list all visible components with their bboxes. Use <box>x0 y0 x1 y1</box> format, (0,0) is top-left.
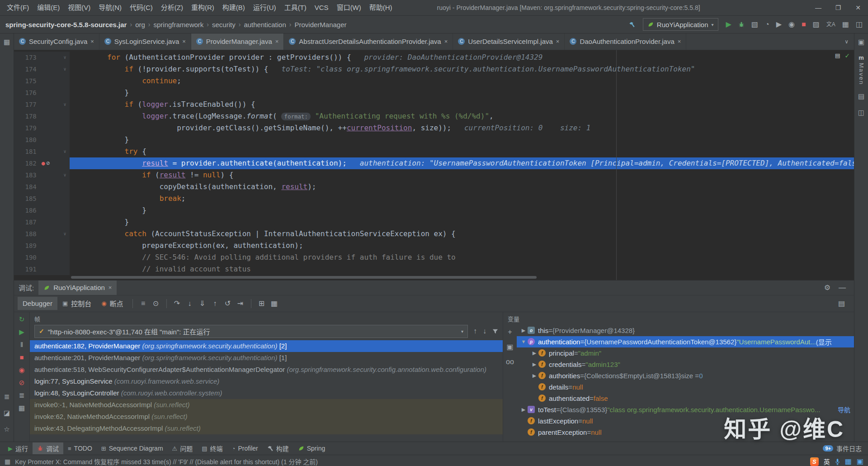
show-execution-point-button[interactable]: ⊙ <box>150 299 162 308</box>
project-tool-button[interactable]: ▦ <box>4 38 10 46</box>
debug-view-tab[interactable]: ▣控制台 <box>57 296 96 311</box>
force-step-into-button[interactable]: ⇓ <box>196 299 209 308</box>
breakpoint-cell[interactable] <box>39 75 60 87</box>
fold-marker-icon[interactable] <box>60 252 70 263</box>
run-button[interactable]: ▶ <box>726 21 731 28</box>
mute-renderers-button[interactable]: ≡ <box>137 300 150 308</box>
breakpoint-cell[interactable] <box>39 240 60 252</box>
code-line[interactable]: 177∨ if (logger.isTraceEnabled()) { <box>14 99 854 110</box>
editor-tab[interactable]: CSysLoginService.java× <box>99 33 191 50</box>
step-into-button[interactable]: ↓ <box>184 300 196 308</box>
thread-dump-button[interactable]: ≣ <box>19 392 25 399</box>
breakpoint-cell[interactable]: ●⊘ <box>39 157 60 169</box>
stop-button[interactable]: ■ <box>19 354 24 361</box>
build-tool-button[interactable]: 构建 <box>263 442 293 454</box>
debug-tool-button[interactable]: 调试 <box>33 442 63 454</box>
mic-icon[interactable] <box>835 458 840 465</box>
breakpoint-cell[interactable] <box>39 146 60 157</box>
drop-frame-button[interactable]: ↺ <box>222 299 234 308</box>
fold-marker-icon[interactable] <box>60 263 70 275</box>
breakpoint-cell[interactable] <box>39 228 60 240</box>
breakpoint-cell[interactable] <box>39 99 60 110</box>
attach-debugger-button[interactable]: ◉ <box>788 21 795 28</box>
minimize-button[interactable]: — <box>808 0 828 15</box>
editor-tab[interactable]: CAbstractUserDetailsAuthenticationProvid… <box>284 33 453 50</box>
menu-item[interactable]: 窗口(W) <box>333 0 365 15</box>
close-button[interactable]: ✕ <box>848 0 868 15</box>
editor-tab[interactable]: CUserDetailsServiceImpl.java× <box>453 33 565 50</box>
previous-frame-button[interactable]: ↑ <box>473 328 477 335</box>
tab-close-icon[interactable]: × <box>556 38 560 45</box>
menu-item[interactable]: 编辑(E) <box>33 0 64 15</box>
frame-row[interactable]: invoke:62, NativeMethodAccessorImpl (sun… <box>30 411 503 423</box>
step-out-button[interactable]: ↑ <box>209 300 222 308</box>
ant-tool-button[interactable]: ◫ <box>858 109 864 117</box>
code-line[interactable]: 181∨ try { <box>14 146 854 157</box>
fold-marker-icon[interactable] <box>60 193 70 204</box>
run-tool-button[interactable]: ▶运行 <box>4 442 33 454</box>
build-hammer-icon[interactable] <box>629 21 635 28</box>
breadcrumb-item[interactable]: spring-security-core-5.5.8-sources.jar <box>5 21 127 29</box>
tool-window-switcher-icon[interactable]: ▦ <box>5 458 10 465</box>
breadcrumb-item[interactable]: ProviderManager <box>294 21 346 29</box>
reader-mode-icon[interactable]: ▤ <box>835 52 840 59</box>
structure-tool-button[interactable]: ≣ <box>4 393 10 401</box>
inspections-ok-icon[interactable]: ✓ <box>845 52 849 59</box>
frame-row[interactable]: invoke0:-1, NativeMethodAccessorImpl (su… <box>30 399 503 411</box>
code-line[interactable]: 183∨ if (result != null) { <box>14 169 854 181</box>
rerun-button[interactable]: ↻ <box>19 316 25 323</box>
fold-marker-icon[interactable]: ∨ <box>60 146 70 157</box>
hidden-tabs-icon[interactable]: ∨ <box>844 33 854 50</box>
code-line[interactable]: 188∨ catch (AccountStatusException | Int… <box>14 228 854 240</box>
layout-grid-icon[interactable]: ▦ <box>842 21 849 28</box>
code-line[interactable]: 180 } <box>14 134 854 146</box>
variable-row[interactable]: ▶fprincipal = "admin" <box>517 347 854 359</box>
menu-item[interactable]: 导航(N) <box>94 0 126 15</box>
code-line[interactable]: 178 logger.trace(LogMessage.format( form… <box>14 110 854 122</box>
frame-row[interactable]: login:48, SysLoginController (com.ruoyi.… <box>30 387 503 399</box>
terminal-tool-button[interactable]: ▤终端 <box>197 442 227 454</box>
sogou-logo-icon[interactable]: S <box>810 457 819 466</box>
breakpoint-cell[interactable] <box>39 193 60 204</box>
breakpoint-cell[interactable] <box>39 63 60 75</box>
code-line[interactable]: 191 // invalid account status <box>14 263 854 275</box>
code-line[interactable]: 176 } <box>14 87 854 99</box>
bookmarks-tool-button[interactable]: ◪ <box>4 409 10 417</box>
tab-close-icon[interactable]: × <box>678 38 681 45</box>
variable-row[interactable]: fdetails = null <box>517 381 854 393</box>
variable-row[interactable]: ▶fcredentials = "admin123" <box>517 359 854 370</box>
variable-row[interactable]: fauthenticated = false <box>517 393 854 404</box>
breakpoint-cell[interactable] <box>39 134 60 146</box>
event-log-button[interactable]: 9+ 事件日志 <box>823 444 864 453</box>
fold-marker-icon[interactable] <box>60 216 70 228</box>
keyboard-icon[interactable]: ▦ <box>845 458 852 465</box>
fold-marker-icon[interactable]: ∨ <box>60 169 70 181</box>
menu-item[interactable]: 帮助(H) <box>365 0 396 15</box>
debug-session-tab[interactable]: RuoYiApplication × <box>38 281 117 295</box>
variable-row[interactable]: ▶othis = {ProviderManager@14328} <box>517 325 854 336</box>
step-over-button[interactable]: ↷ <box>171 299 184 308</box>
close-icon[interactable]: × <box>108 284 112 291</box>
code-line[interactable]: 187 } <box>14 216 854 228</box>
code-line[interactable]: 186 } <box>14 204 854 216</box>
expand-arrow-icon[interactable]: ▶ <box>530 361 538 367</box>
run-with-profiler-button[interactable]: ▶ <box>776 21 782 28</box>
code-line[interactable]: 189 prepareException(ex, authentication)… <box>14 240 854 252</box>
code-line[interactable]: 174∨ if (!provider.supports(toTest)) { t… <box>14 63 854 75</box>
resume-button[interactable]: ▶ <box>19 328 24 335</box>
fold-marker-icon[interactable] <box>60 240 70 252</box>
fold-marker-icon[interactable] <box>60 110 70 122</box>
code-line[interactable]: 179 provider.getClass().getSimpleName(),… <box>14 122 854 134</box>
fold-marker-icon[interactable]: ∨ <box>60 99 70 110</box>
menu-item[interactable]: VCS <box>311 0 333 15</box>
layout-settings-icon[interactable]: ▤ <box>838 300 845 307</box>
favorites-tool-button[interactable]: ☆ <box>4 425 9 433</box>
fold-marker-icon[interactable] <box>60 204 70 216</box>
editor-tab[interactable]: CProviderManager.java× <box>191 33 284 50</box>
translate-icon[interactable]: 文A <box>826 22 835 27</box>
tab-close-icon[interactable]: × <box>444 38 448 45</box>
problems-tool-button[interactable]: ⚠问题 <box>168 442 198 454</box>
todo-tool-button[interactable]: ≡TODO <box>63 443 97 453</box>
thread-selector[interactable]: ✓ "http-nio-8080-exec-3"@11,740 在组 "main… <box>34 325 468 338</box>
run-configuration-select[interactable]: RuoYiApplication▾ <box>643 18 718 31</box>
